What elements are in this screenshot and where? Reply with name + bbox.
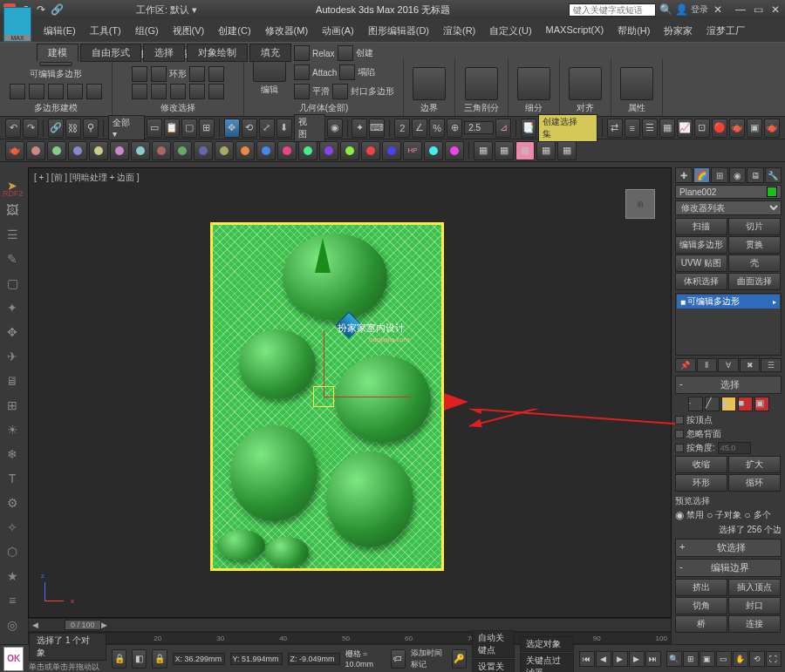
- subobj-border-icon[interactable]: [48, 84, 64, 99]
- ls-image-icon[interactable]: 🖼: [3, 200, 22, 220]
- zoom-region-icon[interactable]: ▭: [716, 651, 732, 667]
- menu-xuanmeng[interactable]: 渲梦工厂: [700, 22, 752, 40]
- misc6-icon[interactable]: [189, 84, 205, 99]
- qat-redo-icon[interactable]: ↷: [35, 3, 47, 16]
- create-icon[interactable]: [338, 45, 353, 61]
- ls-layers-icon[interactable]: ☰: [3, 225, 22, 244]
- misc3-icon[interactable]: [132, 84, 147, 99]
- btn-bridge[interactable]: 桥: [675, 615, 727, 633]
- menu-group[interactable]: 组(G): [128, 22, 166, 40]
- pt-7[interactable]: [152, 141, 171, 160]
- ls-gear-icon[interactable]: ⚙: [3, 493, 22, 512]
- material-editor-button[interactable]: 🔴: [712, 119, 727, 138]
- menu-grapheditors[interactable]: 图形编辑器(D): [361, 22, 436, 40]
- window-crossing-button[interactable]: ⊞: [199, 119, 215, 138]
- link-button[interactable]: 🔗: [48, 119, 64, 138]
- lock-selection-icon[interactable]: 🔒: [112, 649, 126, 669]
- ls-plane-icon[interactable]: ✈: [3, 347, 22, 366]
- sign-in-icon[interactable]: 👤: [675, 3, 687, 16]
- ribbon-tab-objpaint[interactable]: 对象绘制: [187, 44, 248, 62]
- render-button[interactable]: 🫖: [764, 119, 780, 138]
- gizmo-y-axis[interactable]: [315, 238, 331, 273]
- layers-button[interactable]: ☰: [642, 119, 658, 138]
- minimize-icon[interactable]: —: [734, 3, 747, 16]
- props-button[interactable]: [620, 67, 653, 100]
- named-selection-set[interactable]: 创建选择集: [538, 114, 597, 142]
- select-region-button[interactable]: ▢: [181, 119, 197, 138]
- radio-subobj[interactable]: ○: [706, 509, 713, 521]
- ls-pencil-icon[interactable]: ✎: [3, 249, 22, 268]
- pt-10[interactable]: [215, 141, 234, 160]
- pt-25[interactable]: ▦: [557, 141, 577, 160]
- pt-12[interactable]: [256, 141, 276, 160]
- menu-modifiers[interactable]: 修改器(M): [258, 22, 316, 40]
- cmd-tab-hierarchy-icon[interactable]: ⊞: [711, 167, 728, 183]
- subobj-polygon-button[interactable]: ■: [738, 397, 753, 411]
- subobj-poly-icon[interactable]: [67, 84, 83, 99]
- stack-config-icon[interactable]: ☰: [761, 358, 782, 372]
- snap-angle[interactable]: 2.5: [464, 121, 494, 134]
- ribbon-tab-modeling[interactable]: 建模: [37, 44, 78, 62]
- pan-icon[interactable]: ✋: [733, 651, 748, 667]
- select-place-button[interactable]: ⬇: [276, 119, 292, 138]
- menu-views[interactable]: 视图(V): [166, 22, 212, 40]
- subobj-element-button[interactable]: ▣: [754, 397, 769, 411]
- btn-editpoly[interactable]: 编辑多边形: [675, 236, 727, 254]
- radio-off[interactable]: ◉: [675, 509, 684, 521]
- subobj-edge-icon[interactable]: [29, 84, 44, 99]
- ls-grid-icon[interactable]: ⊞: [3, 396, 22, 415]
- percent-snap-button[interactable]: %: [429, 119, 445, 138]
- ls-snow-icon[interactable]: ❄: [3, 445, 22, 464]
- object-name-field[interactable]: Plane002: [675, 185, 782, 199]
- align-button[interactable]: ≡: [625, 119, 640, 138]
- rollout-selection[interactable]: 选择: [675, 376, 782, 394]
- stack-pin-icon[interactable]: 📌: [675, 358, 696, 372]
- axis-constraint-button[interactable]: ⊿: [495, 119, 511, 138]
- btn-grow[interactable]: 扩大: [728, 456, 781, 473]
- render-setup-button[interactable]: 🫖: [729, 119, 745, 138]
- prev-frame-icon[interactable]: ◀: [596, 651, 611, 667]
- btn-insertvert[interactable]: 插入顶点: [728, 579, 781, 596]
- btn-replace[interactable]: 贯换: [728, 236, 781, 254]
- undo-button[interactable]: ↶: [5, 119, 21, 138]
- add-time-tag-label[interactable]: 添加时间标记: [411, 648, 447, 670]
- chk-ignoreback[interactable]: [675, 430, 684, 438]
- ls-sparkle-icon[interactable]: ✧: [3, 518, 22, 537]
- misc1-icon[interactable]: [189, 66, 205, 82]
- pt-23[interactable]: ▦: [515, 141, 535, 160]
- pt-2[interactable]: [47, 141, 66, 160]
- btn-shell[interactable]: 壳: [728, 255, 781, 272]
- stack-item-editablepoly[interactable]: ■ 可编辑多边形: [677, 295, 780, 309]
- btn-sweep[interactable]: 扫描: [675, 218, 727, 235]
- ls-monitor-icon[interactable]: 🖥: [3, 371, 22, 390]
- gizmo-center[interactable]: [313, 386, 334, 407]
- goto-end-icon[interactable]: ⏭: [645, 651, 661, 667]
- menu-help[interactable]: 帮助(H): [611, 22, 657, 40]
- viewcube[interactable]: 前: [625, 189, 655, 219]
- menu-animation[interactable]: 动画(A): [315, 22, 361, 40]
- misc7-icon[interactable]: [208, 84, 224, 99]
- application-menu-icon[interactable]: [3, 7, 31, 42]
- pt-4[interactable]: [89, 141, 108, 160]
- manipulate-button[interactable]: ✦: [352, 119, 367, 138]
- relax-icon[interactable]: [294, 45, 310, 61]
- menu-banjiajia[interactable]: 扮家家: [657, 22, 700, 40]
- menu-create[interactable]: 创建(C): [211, 22, 257, 40]
- orbit-icon[interactable]: ⟲: [749, 651, 765, 667]
- modifier-list-combo[interactable]: 修改器列表: [675, 200, 782, 215]
- named-sel-sets-button[interactable]: 📑: [521, 119, 536, 138]
- pt-5[interactable]: [110, 141, 129, 160]
- ribbon-tab-selection[interactable]: 选择: [143, 44, 185, 62]
- key-mode-icon[interactable]: 🔑: [452, 649, 467, 669]
- mirror-button[interactable]: ⇄: [607, 119, 623, 138]
- btn-volsel[interactable]: 体积选择: [675, 273, 727, 290]
- editable-poly-button[interactable]: [39, 62, 72, 66]
- radio-multi[interactable]: ○: [744, 509, 750, 521]
- pt-6[interactable]: [131, 141, 150, 160]
- select-object-button[interactable]: ▭: [147, 119, 162, 138]
- ls-arrows-icon[interactable]: ✥: [3, 322, 22, 342]
- pt-20[interactable]: [445, 141, 464, 160]
- pt-19[interactable]: [424, 141, 443, 160]
- menu-rendering[interactable]: 渲染(R): [436, 22, 482, 40]
- selected-obj-combo[interactable]: 选定对象: [520, 636, 574, 652]
